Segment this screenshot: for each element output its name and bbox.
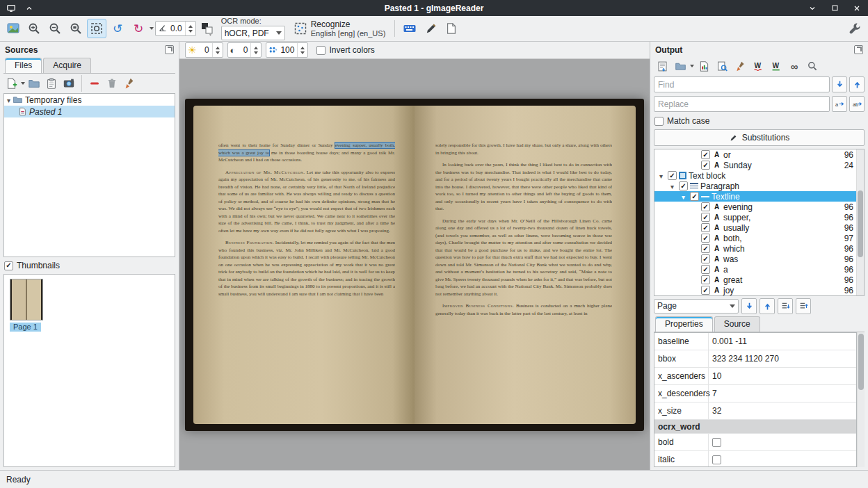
word-checkbox[interactable]: ✓ <box>701 254 710 263</box>
scanned-document[interactable]: often went to their home for Sunday dinn… <box>185 99 644 431</box>
zoom-original-button[interactable] <box>66 19 86 38</box>
thumbnail-caption[interactable]: Page 1 <box>10 323 41 332</box>
word-checkbox[interactable]: ✓ <box>701 161 710 170</box>
property-row[interactable]: x_ascenders10 <box>654 368 856 385</box>
detach-icon[interactable] <box>165 45 174 54</box>
properties-scrollbar[interactable] <box>857 332 865 467</box>
open-folder-button[interactable] <box>26 76 42 91</box>
prev-page-button[interactable] <box>760 298 775 314</box>
bold-checkbox[interactable] <box>712 438 721 447</box>
close-button[interactable] <box>851 3 862 14</box>
spin-down-button[interactable] <box>216 51 220 54</box>
match-case-checkbox[interactable] <box>654 117 664 126</box>
preview-button[interactable]: ∞ <box>786 58 803 74</box>
tree-row-word[interactable]: ✓Sunday24 <box>654 160 856 170</box>
invert-colors-checkbox[interactable] <box>316 46 326 55</box>
rotate-right-button[interactable]: ↻ <box>129 19 148 38</box>
clear-output-button[interactable] <box>732 58 748 74</box>
block-checkbox[interactable]: ✓ <box>668 171 677 180</box>
replace-input[interactable] <box>654 96 830 112</box>
open-dropdown[interactable] <box>690 65 694 67</box>
thumbnails-checkbox[interactable]: ✓ <box>4 261 13 270</box>
edit-button[interactable] <box>421 19 440 38</box>
spin-up-button[interactable] <box>188 25 193 28</box>
tree-row-word[interactable]: ✓a96 <box>654 264 856 275</box>
rotate-left-button[interactable]: ↺ <box>108 19 127 38</box>
resolution-spinbox[interactable]: 100 <box>266 42 308 58</box>
tree-row-word[interactable]: ✓joy96 <box>654 285 856 295</box>
word-checkbox[interactable]: ✓ <box>701 150 710 159</box>
spin-down-button[interactable] <box>300 51 305 54</box>
spin-down-button[interactable] <box>254 51 258 54</box>
zoom-fit-button[interactable] <box>87 19 106 38</box>
export-button[interactable] <box>696 58 712 74</box>
tree-row-textline-selected[interactable]: ✓Textline <box>654 191 856 202</box>
delete-file-button[interactable] <box>104 76 120 91</box>
spin-up-button[interactable] <box>300 47 305 49</box>
tree-row-block[interactable]: ✓Text block <box>654 170 856 181</box>
italic-checkbox[interactable] <box>712 455 721 464</box>
property-row[interactable]: italic <box>654 451 856 467</box>
replace-button[interactable]: a <box>832 96 847 112</box>
screenshot-button[interactable] <box>61 76 77 91</box>
image-controls-button[interactable] <box>198 19 217 38</box>
substitutions-button[interactable]: Substitutions <box>654 129 865 146</box>
find-next-button[interactable] <box>832 76 847 92</box>
thumbnail-list[interactable]: Page 1 <box>3 274 175 467</box>
property-value[interactable]: 323 234 1120 270 <box>709 354 856 364</box>
paragraph-checkbox[interactable]: ✓ <box>679 181 688 190</box>
new-document-button[interactable] <box>442 19 461 38</box>
scrollbar-thumb[interactable] <box>858 334 864 390</box>
tab-source[interactable]: Source <box>714 316 760 332</box>
word-checkbox[interactable]: ✓ <box>701 244 710 253</box>
tab-properties[interactable]: Properties <box>655 316 713 332</box>
expand-all-button[interactable] <box>778 298 793 314</box>
spin-down-button[interactable] <box>188 30 193 33</box>
property-row[interactable]: bbox323 234 1120 270 <box>654 350 856 368</box>
tree-row-word[interactable]: ✓or96 <box>654 149 856 160</box>
chevron-up-icon[interactable] <box>24 3 35 14</box>
show-controls-button[interactable] <box>3 19 23 38</box>
recognize-button[interactable]: Recognize English [eng] (en_US) <box>289 19 390 38</box>
zoom-search-button[interactable] <box>804 58 821 74</box>
find-replace-button[interactable] <box>714 58 730 74</box>
find-input[interactable] <box>654 76 830 92</box>
ocr-mode-select[interactable]: hOCR, PDF <box>221 26 285 40</box>
word-checkbox[interactable]: ✓ <box>701 202 710 211</box>
word-confidence-button[interactable]: W <box>750 58 766 74</box>
replace-all-button[interactable]: ab <box>849 96 865 112</box>
spin-up-button[interactable] <box>254 47 258 49</box>
word-checkbox[interactable]: ✓ <box>701 286 710 295</box>
settings-button[interactable] <box>845 19 865 38</box>
next-page-button[interactable] <box>741 298 757 314</box>
tree-row-paragraph[interactable]: ✓Paragraph <box>654 181 856 191</box>
property-row[interactable]: x_descenders7 <box>654 385 856 402</box>
property-value[interactable]: 10 <box>709 371 856 381</box>
zoom-in-button[interactable] <box>24 19 44 38</box>
brightness-spinbox[interactable]: ☀ 0 <box>185 42 223 58</box>
detach-icon[interactable] <box>854 45 863 54</box>
property-value[interactable]: 0.001 -11 <box>709 336 856 346</box>
tree-row-pasted-1[interactable]: Pasted 1 <box>4 106 175 117</box>
tree-row-word[interactable]: ✓both,97 <box>654 233 856 243</box>
property-value[interactable]: 7 <box>709 389 856 398</box>
file-tree[interactable]: Temporary files Pasted 1 <box>3 93 175 257</box>
tab-files[interactable]: Files <box>5 58 42 73</box>
word-checkbox[interactable]: ✓ <box>701 265 710 274</box>
maximize-button[interactable] <box>829 3 840 14</box>
expander-icon[interactable] <box>7 95 10 105</box>
word-language-button[interactable]: W <box>768 58 785 74</box>
tree-row-word[interactable]: ✓was96 <box>654 254 856 264</box>
minimize-button[interactable] <box>807 3 818 14</box>
textline-checkbox[interactable]: ✓ <box>690 192 699 201</box>
page-thumbnail[interactable] <box>10 279 43 320</box>
property-row[interactable]: x_size32 <box>654 402 856 420</box>
word-checkbox[interactable]: ✓ <box>701 223 710 232</box>
expander-icon[interactable] <box>657 171 666 181</box>
tab-acquire[interactable]: Acquire <box>43 58 91 73</box>
open-hocr-button[interactable] <box>672 58 689 74</box>
add-images-dropdown[interactable] <box>21 82 25 85</box>
zoom-out-button[interactable] <box>45 19 65 38</box>
word-checkbox[interactable]: ✓ <box>701 213 710 222</box>
expander-icon[interactable] <box>668 181 677 191</box>
